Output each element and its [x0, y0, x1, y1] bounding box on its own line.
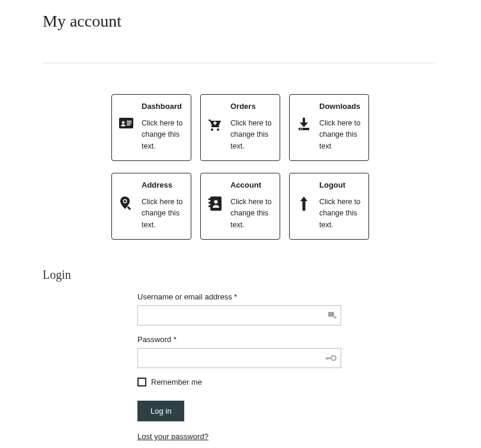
- svg-rect-7: [303, 118, 305, 123]
- tile-account[interactable]: Account Click here to change this text.: [200, 173, 280, 240]
- tile-title: Downloads: [319, 102, 363, 112]
- tile-desc: Click here to change this text.: [319, 196, 363, 231]
- tile-downloads[interactable]: Downloads Click here to change this text: [289, 94, 369, 161]
- tile-title: Logout: [319, 181, 363, 191]
- tile-logout[interactable]: Logout Click here to change this text.: [289, 173, 369, 240]
- tile-title: Account: [230, 181, 274, 191]
- tile-orders[interactable]: Orders Click here to change this text.: [200, 94, 280, 161]
- account-tiles: Dashboard Click here to change this text…: [111, 94, 481, 240]
- checkbox-icon: [137, 378, 146, 386]
- svg-rect-10: [302, 128, 303, 129]
- tile-dashboard[interactable]: Dashboard Click here to change this text…: [111, 94, 191, 161]
- arrow-up-icon: [296, 196, 312, 211]
- remember-label: Remember me: [151, 378, 202, 386]
- svg-point-1: [122, 121, 125, 124]
- password-label: Password *: [137, 335, 341, 344]
- cart-plus-icon: [207, 118, 223, 132]
- download-icon: [296, 118, 312, 131]
- login-heading: Login: [43, 268, 481, 282]
- tile-desc: Click here to change this text.: [142, 118, 185, 152]
- svg-rect-9: [300, 128, 301, 129]
- tile-desc: Click here to change this text.: [230, 196, 274, 231]
- tile-desc: Click here to change this text.: [142, 196, 185, 231]
- svg-rect-17: [209, 205, 211, 207]
- password-input[interactable]: [137, 348, 341, 368]
- tile-address[interactable]: Address Click here to change this text.: [111, 173, 191, 240]
- svg-rect-15: [209, 198, 211, 200]
- lost-password-link[interactable]: Lost your password?: [137, 432, 209, 441]
- svg-rect-16: [209, 202, 211, 204]
- svg-rect-4: [127, 124, 130, 125]
- tile-title: Dashboard: [142, 102, 185, 112]
- map-pin-search-icon: [118, 196, 134, 213]
- svg-rect-6: [213, 123, 217, 124]
- tile-desc: Click here to change this text.: [230, 118, 274, 152]
- svg-point-18: [214, 200, 218, 204]
- tile-title: Address: [142, 181, 185, 191]
- login-button[interactable]: Log in: [137, 401, 184, 421]
- svg-rect-13: [127, 206, 131, 210]
- login-form: Username or email address * Password * R…: [137, 292, 341, 441]
- id-card-icon: [118, 118, 134, 128]
- svg-point-12: [124, 200, 126, 202]
- username-input[interactable]: [137, 305, 341, 325]
- remember-me-checkbox[interactable]: Remember me: [137, 378, 341, 386]
- divider: [43, 63, 436, 63]
- page-title: My account: [43, 12, 481, 31]
- address-book-icon: [207, 196, 223, 211]
- username-label: Username or email address *: [137, 292, 341, 301]
- tile-title: Orders: [230, 102, 274, 112]
- tile-desc: Click here to change this text: [319, 118, 363, 152]
- svg-rect-2: [127, 121, 132, 122]
- svg-rect-3: [127, 123, 132, 124]
